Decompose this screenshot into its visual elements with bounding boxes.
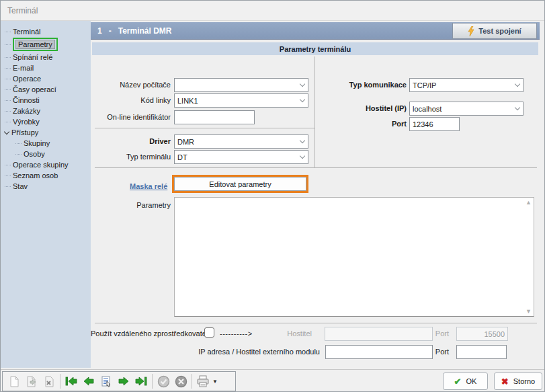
port-label: Port bbox=[326, 120, 407, 128]
last-record-icon[interactable] bbox=[132, 373, 150, 389]
scroll-up-icon[interactable]: ▲ bbox=[526, 199, 532, 206]
sidebar-item-osoby[interactable]: Osoby bbox=[1, 149, 91, 159]
accept-icon[interactable] bbox=[155, 373, 172, 389]
previous-record-icon[interactable] bbox=[80, 373, 97, 389]
arrow-text: ----------> bbox=[220, 329, 253, 338]
remote-hostitel-input bbox=[325, 327, 433, 341]
parametry-textarea[interactable] bbox=[175, 198, 534, 316]
new-record-icon[interactable] bbox=[5, 373, 23, 389]
driver-combo[interactable]: DMR bbox=[174, 134, 308, 149]
sidebar-item-email[interactable]: E-mail bbox=[1, 63, 91, 73]
chevron-down-icon[interactable] bbox=[296, 135, 308, 148]
port-input[interactable] bbox=[409, 117, 460, 131]
parametry-textarea-frame: ▲ ▼ bbox=[174, 197, 534, 317]
kod-linky-label: Kód linky bbox=[91, 96, 171, 104]
record-header-bar: 1 - Terminál DMR Test spojení bbox=[91, 22, 540, 40]
ok-button[interactable]: ✔ OK bbox=[443, 373, 488, 390]
edit-parameters-button[interactable]: Editovat parametry bbox=[174, 177, 306, 191]
separator bbox=[95, 167, 537, 168]
driver-label: Driver bbox=[91, 137, 171, 145]
annotation-green-box: Parametry bbox=[13, 38, 58, 51]
record-title: Terminál DMR bbox=[118, 26, 172, 36]
nazev-pocitace-label: Název počítače bbox=[91, 81, 171, 89]
cancel-icon[interactable] bbox=[172, 373, 190, 389]
nazev-pocitace-combo[interactable] bbox=[174, 78, 308, 92]
print-icon[interactable] bbox=[194, 373, 212, 389]
record-number: 1 bbox=[97, 26, 102, 36]
remote-hostitel-label: Hostitel bbox=[258, 329, 312, 338]
sidebar-item-parametry[interactable]: Parametry bbox=[1, 37, 91, 52]
hostitel-ip-label: Hostitel (IP) bbox=[326, 104, 407, 112]
sidebar-item-zakazky[interactable]: Zakázky bbox=[1, 106, 91, 116]
lightning-icon bbox=[468, 26, 474, 36]
record-toolbar: ▼ bbox=[2, 371, 236, 391]
ip-modul-label: IP adresa / Hostitel externího modulu bbox=[118, 348, 320, 356]
port2-label: Port bbox=[422, 348, 449, 356]
kod-linky-combo[interactable]: LINK1 bbox=[174, 93, 308, 108]
remote-port-input bbox=[456, 327, 508, 341]
separator bbox=[95, 128, 315, 128]
sidebar-tree: Terminál Parametry Spínání relé E-mail O… bbox=[1, 21, 91, 368]
sidebar-item-seznam-osob[interactable]: Seznam osob bbox=[1, 170, 91, 181]
hostitel-ip-combo[interactable]: localhost bbox=[409, 102, 523, 116]
typ-terminalu-combo[interactable]: DT bbox=[174, 150, 308, 164]
online-id-input[interactable] bbox=[174, 110, 255, 124]
sidebar-item-operace-skupiny[interactable]: Operace skupiny bbox=[1, 159, 91, 170]
chevron-down-icon[interactable] bbox=[511, 79, 523, 91]
footer-bar: ▼ ✔ OK ✖ Storno bbox=[1, 369, 545, 392]
typ-terminalu-label: Typ terminálu bbox=[91, 153, 171, 161]
chevron-down-icon[interactable] bbox=[511, 102, 523, 115]
scroll-down-icon[interactable]: ▼ bbox=[526, 308, 532, 315]
window-body: Terminál Parametry Spínání relé E-mail O… bbox=[1, 21, 545, 369]
chevron-down-icon[interactable] bbox=[4, 128, 9, 134]
edit-record-icon[interactable] bbox=[23, 373, 40, 389]
sidebar-item-stav[interactable]: Stav bbox=[1, 181, 91, 192]
maska-rele-link[interactable]: Maska relé bbox=[130, 182, 167, 190]
browse-records-icon[interactable] bbox=[97, 373, 115, 389]
sidebar-item-operace[interactable]: Operace bbox=[1, 73, 91, 84]
remote-checkbox[interactable] bbox=[204, 327, 214, 338]
window-title: Terminál bbox=[7, 6, 38, 15]
typ-komunikace-label: Typ komunikace bbox=[326, 81, 407, 89]
sidebar-item-spinani-rele[interactable]: Spínání relé bbox=[1, 52, 91, 63]
sidebar-item-pristupy[interactable]: Přístupy bbox=[1, 127, 91, 138]
chevron-down-icon[interactable] bbox=[296, 79, 308, 91]
storno-button[interactable]: ✖ Storno bbox=[494, 373, 542, 390]
remote-checkbox-label: Použít vzdáleného zprostředkovatele bbox=[91, 329, 199, 338]
main-panel: 1 - Terminál DMR Test spojení Parametry … bbox=[91, 21, 542, 369]
next-record-icon[interactable] bbox=[115, 373, 132, 389]
remote-port-label: Port bbox=[422, 329, 449, 338]
sidebar-item-terminal[interactable]: Terminál bbox=[1, 26, 91, 37]
typ-komunikace-combo[interactable]: TCP/IP bbox=[409, 78, 523, 92]
chevron-down-icon[interactable] bbox=[296, 94, 308, 107]
window-title-bar: Terminál bbox=[1, 1, 544, 21]
ip-modul-input[interactable] bbox=[325, 345, 433, 359]
sidebar-item-parametry-label: Parametry bbox=[15, 40, 55, 49]
parametry-label: Parametry bbox=[91, 201, 171, 209]
first-record-icon[interactable] bbox=[62, 373, 80, 389]
sidebar-item-vyrobky[interactable]: Výrobky bbox=[1, 116, 91, 127]
chevron-down-icon[interactable] bbox=[296, 151, 308, 163]
x-icon: ✖ bbox=[501, 377, 509, 387]
sidebar-item-casy-operaci[interactable]: Časy operací bbox=[1, 84, 91, 95]
terminal-window: Terminál Terminál Parametry Spínání relé… bbox=[0, 0, 545, 392]
test-connection-button[interactable]: Test spojení bbox=[452, 23, 537, 39]
sidebar-item-cinnosti[interactable]: Činnosti bbox=[1, 95, 91, 106]
column-divider bbox=[315, 56, 315, 167]
port2-input[interactable] bbox=[456, 345, 507, 359]
print-dropdown-caret-icon[interactable]: ▼ bbox=[212, 379, 218, 385]
sidebar-item-skupiny[interactable]: Skupiny bbox=[1, 138, 91, 149]
check-icon: ✔ bbox=[454, 377, 462, 387]
separator bbox=[95, 323, 537, 323]
online-id-label: On-line identifikátor bbox=[91, 113, 171, 121]
delete-record-icon[interactable] bbox=[40, 373, 58, 389]
section-header: Parametry terminálu bbox=[92, 42, 538, 55]
annotation-orange-box: Editovat parametry bbox=[172, 175, 308, 193]
